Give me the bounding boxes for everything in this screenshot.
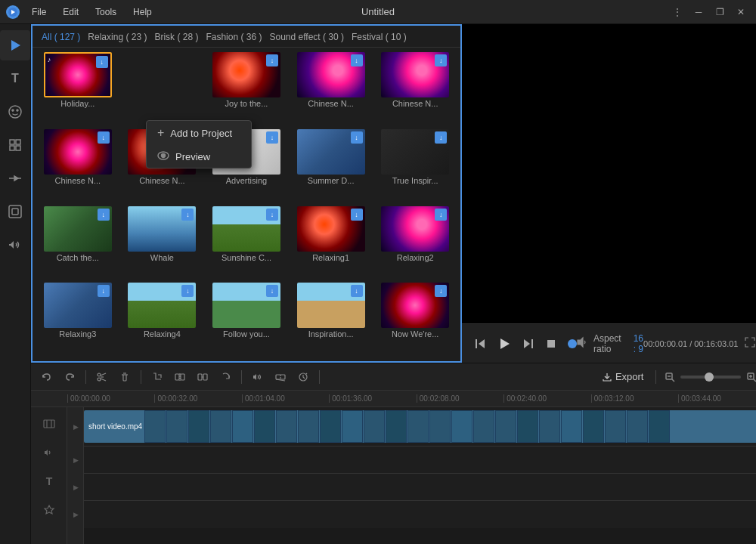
download-icon[interactable]: ↓ bbox=[98, 131, 110, 144]
minimize-button[interactable]: ─ bbox=[689, 5, 708, 20]
download-icon[interactable]: ↓ bbox=[435, 54, 447, 66]
menu-file[interactable]: File bbox=[29, 5, 49, 19]
tab-fashion[interactable]: Fashion ( 36 ) bbox=[203, 30, 265, 44]
svg-rect-6 bbox=[10, 140, 14, 144]
sidebar-item-audio[interactable] bbox=[0, 230, 30, 260]
svg-point-4 bbox=[12, 110, 14, 111]
zoom-in-button[interactable] bbox=[744, 369, 756, 385]
list-item[interactable]: ↓ Relaxing2 bbox=[374, 206, 456, 280]
list-item[interactable]: ↓ Chinese N... bbox=[37, 129, 119, 203]
list-item[interactable]: ↓ Summer D... bbox=[290, 129, 372, 203]
list-item[interactable]: ↓ Joy to the... bbox=[206, 52, 287, 126]
detach-audio-button[interactable] bbox=[271, 368, 290, 386]
close-button[interactable]: ✕ bbox=[732, 5, 750, 20]
list-item[interactable]: ↓ Inspiration... bbox=[290, 283, 372, 357]
frame bbox=[342, 410, 363, 443]
menu-help[interactable]: Help bbox=[130, 5, 155, 19]
fullscreen-button[interactable] bbox=[744, 336, 756, 351]
track-expand-button[interactable]: ▶ bbox=[67, 407, 84, 447]
download-icon[interactable]: ↓ bbox=[435, 209, 447, 221]
context-add-to-project[interactable]: + Add to Project bbox=[147, 121, 251, 145]
track-expand-button-4[interactable]: ▶ bbox=[67, 501, 84, 528]
progress-indicator[interactable] bbox=[568, 339, 577, 348]
download-icon[interactable]: ↓ bbox=[96, 56, 108, 68]
list-item[interactable]: ↓ Whale bbox=[122, 206, 203, 280]
list-item[interactable]: ↓ Relaxing3 bbox=[37, 283, 119, 357]
cut-button[interactable] bbox=[92, 368, 112, 386]
sidebar-item-effects[interactable] bbox=[0, 196, 30, 227]
speed-button[interactable] bbox=[293, 368, 313, 386]
download-icon[interactable]: ↓ bbox=[98, 209, 110, 221]
menu-edit[interactable]: Edit bbox=[60, 5, 82, 19]
list-item[interactable]: ↓ Follow you... bbox=[206, 283, 287, 357]
skip-back-button[interactable] bbox=[471, 335, 489, 353]
download-icon[interactable]: ↓ bbox=[266, 131, 278, 144]
playback-controls bbox=[471, 333, 560, 354]
download-icon[interactable]: ↓ bbox=[351, 131, 363, 144]
list-item[interactable]: ↓ Sunshine C... bbox=[206, 206, 287, 280]
download-icon[interactable]: ↓ bbox=[351, 209, 363, 221]
download-icon[interactable]: ↓ bbox=[351, 285, 363, 297]
tab-festival[interactable]: Festival ( 10 ) bbox=[349, 30, 410, 44]
list-item[interactable]: ↓ Relaxing1 bbox=[290, 206, 372, 280]
more-options-button[interactable]: ⋮ bbox=[668, 5, 686, 20]
download-icon[interactable]: ↓ bbox=[435, 285, 447, 297]
media-item-label: True Inspir... bbox=[381, 176, 449, 185]
rotate-button[interactable] bbox=[215, 368, 235, 386]
delete-button[interactable] bbox=[115, 368, 135, 386]
tab-all[interactable]: All ( 127 ) bbox=[39, 30, 83, 44]
sidebar-item-media[interactable] bbox=[0, 30, 30, 60]
split-button[interactable] bbox=[170, 368, 190, 386]
list-item[interactable]: ↓ Chinese N... bbox=[374, 52, 456, 126]
export-button[interactable]: Export bbox=[596, 368, 650, 385]
download-icon[interactable]: ↓ bbox=[98, 285, 110, 297]
sidebar-item-elements[interactable] bbox=[0, 130, 30, 160]
list-item[interactable]: ↓ Catch the... bbox=[37, 206, 119, 280]
media-thumbnail: ↓ bbox=[297, 52, 365, 97]
zoom-out-button[interactable] bbox=[662, 369, 677, 385]
tab-brisk[interactable]: Brisk ( 28 ) bbox=[151, 30, 201, 44]
join-button[interactable] bbox=[193, 368, 212, 386]
context-preview[interactable]: Preview bbox=[147, 145, 251, 168]
skip-forward-button[interactable] bbox=[519, 335, 538, 353]
audio-button[interactable] bbox=[248, 368, 268, 386]
download-icon[interactable]: ↓ bbox=[351, 54, 363, 66]
download-icon[interactable]: ↓ bbox=[266, 285, 278, 297]
tab-sound-effect[interactable]: Sound effect ( 30 ) bbox=[266, 30, 347, 44]
zoom-slider[interactable] bbox=[680, 376, 741, 379]
menu-tools[interactable]: Tools bbox=[92, 5, 119, 19]
list-item[interactable]: ↓ True Inspir... bbox=[374, 129, 456, 203]
download-icon[interactable]: ↓ bbox=[266, 54, 278, 66]
text-track bbox=[84, 474, 756, 501]
list-item[interactable]: ↓ Relaxing4 bbox=[122, 283, 203, 357]
ruler-mark: 00:01:36.00 bbox=[329, 394, 416, 403]
play-button[interactable] bbox=[494, 333, 515, 354]
audio-track-icon bbox=[31, 439, 67, 466]
crop-button[interactable] bbox=[147, 368, 167, 386]
svg-rect-13 bbox=[9, 206, 21, 218]
download-icon[interactable]: ↓ bbox=[181, 285, 194, 297]
tab-relaxing[interactable]: Relaxing ( 23 ) bbox=[85, 30, 150, 44]
zoom-thumb[interactable] bbox=[705, 372, 714, 382]
sidebar-item-text[interactable]: T bbox=[0, 63, 30, 94]
download-icon[interactable]: ↓ bbox=[435, 131, 447, 144]
list-item[interactable]: ↓ Now We're... bbox=[374, 283, 456, 357]
content-area: All ( 127 ) Relaxing ( 23 ) Brisk ( 28 )… bbox=[31, 24, 756, 544]
sidebar-item-face[interactable] bbox=[0, 97, 30, 127]
undo-button[interactable] bbox=[37, 368, 57, 386]
list-item[interactable]: ♪ ↓ Holiday... bbox=[37, 52, 119, 126]
media-thumbnail: ↓ bbox=[44, 283, 112, 328]
track-expand-button-2[interactable]: ▶ bbox=[67, 447, 84, 474]
restore-button[interactable]: ❐ bbox=[711, 5, 729, 20]
volume-button[interactable] bbox=[575, 336, 587, 351]
list-item[interactable]: ↓ Chinese N... bbox=[290, 52, 372, 126]
redo-button[interactable] bbox=[60, 368, 79, 386]
context-menu-preview-label: Preview bbox=[175, 151, 210, 162]
stop-button[interactable] bbox=[542, 335, 560, 353]
download-icon[interactable]: ↓ bbox=[266, 209, 278, 221]
ruler-mark: 00:02:08.00 bbox=[417, 394, 503, 403]
download-icon[interactable]: ↓ bbox=[181, 209, 194, 221]
frame bbox=[495, 410, 516, 443]
sidebar-item-transitions[interactable] bbox=[0, 163, 30, 193]
track-expand-button-3[interactable]: ▶ bbox=[67, 474, 84, 501]
